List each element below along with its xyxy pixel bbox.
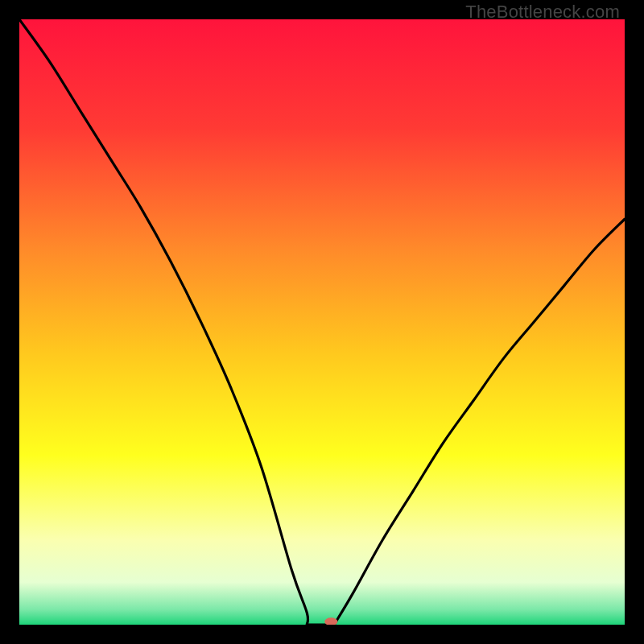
chart-frame <box>19 19 625 625</box>
bottleneck-chart <box>19 19 625 625</box>
